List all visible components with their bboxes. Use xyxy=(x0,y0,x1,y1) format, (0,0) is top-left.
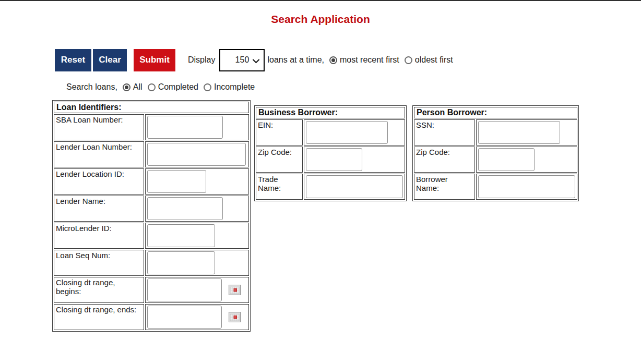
radio-incomplete-label[interactable]: Incomplete xyxy=(214,82,255,92)
person-borrower-header: Person Borrower: xyxy=(414,107,577,118)
loan-identifiers-panel: Loan Identifiers: SBA Loan Number: Lende… xyxy=(52,100,251,332)
table-row: Zip Code: xyxy=(414,147,577,173)
display-count-value: 150 xyxy=(235,55,250,65)
microlender-id-input[interactable] xyxy=(147,224,215,247)
ssn-input[interactable] xyxy=(478,121,560,144)
submit-button[interactable]: Submit xyxy=(134,49,175,71)
ein-label: EIN: xyxy=(256,119,303,145)
calendar-icon xyxy=(229,312,241,322)
closing-dt-ends-label: Closing dt range, ends: xyxy=(54,304,144,330)
reset-button[interactable]: Reset xyxy=(55,49,91,71)
table-row: SSN: xyxy=(414,119,577,145)
lender-loan-number-label: Lender Loan Number: xyxy=(54,141,144,167)
loan-seq-num-label: Loan Seq Num: xyxy=(54,250,144,276)
radio-completed-label[interactable]: Completed xyxy=(158,82,198,92)
trade-name-input[interactable] xyxy=(306,175,403,198)
closing-dt-begins-label: Closing dt range, begins: xyxy=(54,277,144,303)
borrower-name-label: Borrower Name: xyxy=(414,174,475,200)
sba-loan-number-input[interactable] xyxy=(147,116,223,139)
loan-identifiers-header: Loan Identifiers: xyxy=(54,102,249,113)
business-borrower-panel: Business Borrower: EIN: Zip Code: Trade … xyxy=(254,105,407,201)
loans-at-a-time-label: loans at a time, xyxy=(267,55,324,65)
closing-dt-begins-input[interactable] xyxy=(147,278,222,301)
radio-incomplete[interactable] xyxy=(204,83,211,91)
person-borrower-panel: Person Borrower: SSN: Zip Code: Borrower… xyxy=(412,105,579,201)
page: Search Application Reset Clear Submit Di… xyxy=(0,0,641,364)
table-row: Loan Seq Num: xyxy=(54,250,249,276)
radio-all-label[interactable]: All xyxy=(133,82,143,92)
table-row: Lender Name: xyxy=(54,196,249,222)
order-option-most-recent[interactable]: most recent first xyxy=(329,55,399,65)
lender-loan-number-input[interactable] xyxy=(147,143,246,166)
radio-completed[interactable] xyxy=(148,83,156,91)
display-count-select[interactable]: 150 xyxy=(219,49,265,71)
sba-loan-number-label: SBA Loan Number: xyxy=(54,114,144,140)
ein-input[interactable] xyxy=(306,121,388,144)
search-loans-label: Search loans, xyxy=(66,82,117,92)
order-option-oldest[interactable]: oldest first xyxy=(405,55,453,65)
closing-dt-begins-calendar-button[interactable] xyxy=(229,285,241,295)
toolbar: Reset Clear Submit Display 150 loans at … xyxy=(55,48,458,71)
table-row: Closing dt range, begins: xyxy=(54,277,249,303)
calendar-icon xyxy=(229,285,241,295)
clear-button[interactable]: Clear xyxy=(93,49,127,71)
business-zip-code-label: Zip Code: xyxy=(256,147,303,173)
table-row: Trade Name: xyxy=(256,174,405,200)
scope-option-all[interactable]: All xyxy=(123,82,143,92)
ssn-label: SSN: xyxy=(414,119,475,145)
loan-seq-num-input[interactable] xyxy=(147,251,215,274)
trade-name-label: Trade Name: xyxy=(256,174,303,200)
scope-option-completed[interactable]: Completed xyxy=(148,82,198,92)
radio-oldest-first-label[interactable]: oldest first xyxy=(415,55,453,65)
lender-name-label: Lender Name: xyxy=(54,196,144,222)
table-row: MicroLender ID: xyxy=(54,223,249,249)
table-row: Zip Code: xyxy=(256,147,405,173)
lender-name-input[interactable] xyxy=(147,197,223,220)
closing-dt-ends-input[interactable] xyxy=(147,306,222,329)
table-row: Closing dt range, ends: xyxy=(54,304,249,330)
search-scope-row: Search loans, All Completed Incomplete xyxy=(66,81,260,93)
business-borrower-header: Business Borrower: xyxy=(256,107,405,118)
radio-all[interactable] xyxy=(123,83,130,91)
table-row: Lender Location ID: xyxy=(54,168,249,195)
chevron-down-icon xyxy=(253,59,259,64)
table-row: Borrower Name: xyxy=(414,174,577,200)
table-row: SBA Loan Number: xyxy=(54,114,249,140)
person-zip-code-label: Zip Code: xyxy=(414,147,475,173)
borrower-name-input[interactable] xyxy=(478,175,575,198)
scope-option-incomplete[interactable]: Incomplete xyxy=(204,82,255,92)
radio-most-recent-first[interactable] xyxy=(329,56,337,64)
radio-oldest-first[interactable] xyxy=(405,56,412,64)
top-border-line xyxy=(0,0,641,1)
page-title: Search Application xyxy=(0,0,641,26)
lender-location-id-input[interactable] xyxy=(147,170,206,193)
person-zip-code-input[interactable] xyxy=(478,148,535,171)
microlender-id-label: MicroLender ID: xyxy=(54,223,144,249)
closing-dt-ends-calendar-button[interactable] xyxy=(229,312,241,322)
business-zip-code-input[interactable] xyxy=(306,148,362,171)
radio-most-recent-first-label[interactable]: most recent first xyxy=(340,55,399,65)
lender-location-id-label: Lender Location ID: xyxy=(54,168,144,195)
display-label: Display xyxy=(188,55,215,65)
table-row: Lender Loan Number: xyxy=(54,141,249,167)
table-row: EIN: xyxy=(256,119,405,145)
